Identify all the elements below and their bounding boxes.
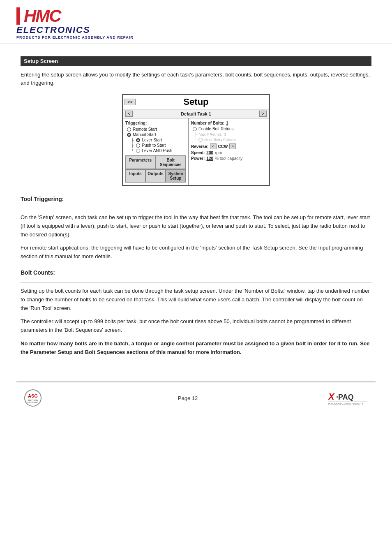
setup-screen-intro: Entering the setup screen allows you to … [21,71,371,87]
page-header: HMC ELECTRONICS PRODUCTS FOR ELECTRONIC … [0,0,392,44]
setup-title-bar: << Setup [123,95,269,109]
max-retries-row: ├ Max # Retries: 3 [191,132,267,136]
bolt-counts-para1: Setting up the bolt counts for each task… [21,287,371,312]
parameters-button[interactable]: Parameters [125,156,156,169]
radio-circle-manual-start [127,133,131,137]
radio-enable-bolt-retries[interactable]: Enable Bolt Retries [191,127,267,131]
svg-text:FASTENING: FASTENING [28,402,38,404]
radio-manual-start[interactable]: Manual Start [125,132,186,137]
svg-text:X: X [327,391,335,402]
main-content: Setup Screen Entering the setup screen a… [0,44,392,369]
radio-label-lever-start: Lever Start [142,138,162,142]
reverse-next-button[interactable]: > [229,143,235,149]
setup-title: Setup [183,97,208,107]
system-setup-button[interactable]: System Setup [166,169,186,183]
setup-screen-heading: Setup Screen [21,56,371,66]
setup-bottom-buttons: Parameters Bolt Sequences [125,155,186,169]
radio-lever-and-push[interactable]: └ Lever AND Push [125,148,186,153]
max-retries-label: Max # Retries: [198,132,222,136]
tool-triggering-divider [21,209,371,209]
footer-page-number: Page 12 [178,395,198,401]
speed-label: Speed: [191,150,205,155]
bolt-counts-heading: Bolt Counts: [21,269,371,276]
power-unit: % tool capacity [215,156,242,161]
reverse-row: Reverse: < CCW > [191,143,267,149]
power-label: Power: [191,156,205,161]
radio-label-remote-start: Remote Start [133,127,157,132]
number-of-bolts-value[interactable]: 1 [226,121,228,125]
setup-back-button[interactable]: << [125,99,136,105]
setup-task-bar: < Default Task 1 > [123,109,269,118]
reverse-label: Reverse: [191,144,208,149]
radio-circle-must-retry [198,138,203,142]
svg-text:PRECISION | ACCURACY | QUALITY: PRECISION | ACCURACY | QUALITY [328,402,363,405]
radio-circle-push-to-start [136,143,140,148]
number-of-bolts-row: Number of Bolts: 1 [191,121,267,125]
setup-left-panel: Triggering: Remote Start Manual Start ├ [123,118,189,185]
tool-triggering-para1: On the 'Setup' screen, each task can be … [21,213,371,239]
speed-row: Speed: 200 rpm [191,150,267,155]
footer-asg-logo: ASG PRECISION FASTENING [16,388,49,409]
radio-lever-start[interactable]: ├ Lever Start [125,138,186,142]
number-of-bolts-label: Number of Bolts: [191,121,224,125]
svg-text:ASG: ASG [28,393,38,398]
page-footer: ASG PRECISION FASTENING Page 12 X ·PAQ P… [16,382,376,414]
radio-label-push-to-start: Push to Start [142,143,166,148]
setup-right-panel: Number of Bolts: 1 Enable Bolt Retries ├… [189,118,269,185]
tool-triggering-section: Tool Triggering: On the 'Setup' screen, … [21,196,371,261]
radio-remote-start[interactable]: Remote Start [125,127,186,132]
hmc-logo: HMC [16,7,61,25]
bolt-sequences-button[interactable]: Bolt Sequences [156,156,186,169]
bolt-counts-divider [21,282,371,283]
max-retries-value: 3 [224,132,226,136]
radio-circle-remote-start [127,127,131,132]
bolt-counts-para3: No matter how many bolts are in the batc… [21,340,371,357]
radio-label-enable-bolt-retries: Enable Bolt Retries [198,127,234,131]
task-prev-button[interactable]: < [125,111,133,117]
setup-body: Triggering: Remote Start Manual Start ├ [123,118,269,185]
task-name: Default Task 1 [134,111,258,116]
power-row: Power: 120 % tool capacity [191,156,267,161]
speed-unit: rpm [215,150,222,155]
bolt-counts-para2: The controller will accept up to 999 bol… [21,317,371,335]
reverse-value: CCW [218,144,228,149]
footer-xpaq-logo: X ·PAQ PRECISION | ACCURACY | QUALITY [326,388,376,409]
radio-label-manual-start: Manual Start [133,132,156,137]
radio-circle-lever-start [136,138,140,142]
radio-circle-lever-and-push [136,149,140,153]
setup-screen-ui: << Setup < Default Task 1 > Triggering: [122,94,270,186]
asg-logo-svg: ASG PRECISION FASTENING [18,389,47,407]
outputs-button[interactable]: Outputs [145,169,166,183]
logo-subtitle: PRODUCTS FOR ELECTRONIC ASSEMBLY AND REP… [16,35,134,39]
tool-triggering-para2: For remote start applications, the trigg… [21,244,371,261]
radio-label-lever-and-push: Lever AND Push [142,148,172,153]
inputs-button[interactable]: Inputs [125,169,145,183]
electronics-logo: ELECTRONICS [16,25,90,35]
radio-circle-enable-bolt-retries [193,127,197,131]
triggering-label: Triggering: [125,121,186,125]
must-retry-failures-row: └ Must Retry Failures [191,138,267,142]
must-retry-label: Must Retry Failures [204,138,236,142]
speed-value[interactable]: 200 [206,150,213,155]
svg-text:·PAQ: ·PAQ [336,393,354,401]
radio-push-to-start[interactable]: ├ Push to Start [125,143,186,148]
power-value[interactable]: 120 [206,156,213,161]
logo-area: HMC ELECTRONICS PRODUCTS FOR ELECTRONIC … [16,7,376,39]
tool-triggering-heading: Tool Triggering: [21,196,371,202]
xpaq-logo-svg: X ·PAQ PRECISION | ACCURACY | QUALITY [326,388,376,409]
reverse-prev-button[interactable]: < [210,143,216,149]
setup-bottom-row: Inputs Outputs System Setup [125,169,186,183]
setup-screen-container: << Setup < Default Task 1 > Triggering: [21,94,371,186]
task-next-button[interactable]: > [259,111,267,117]
bolt-counts-section: Bolt Counts: Setting up the bolt counts … [21,269,371,357]
